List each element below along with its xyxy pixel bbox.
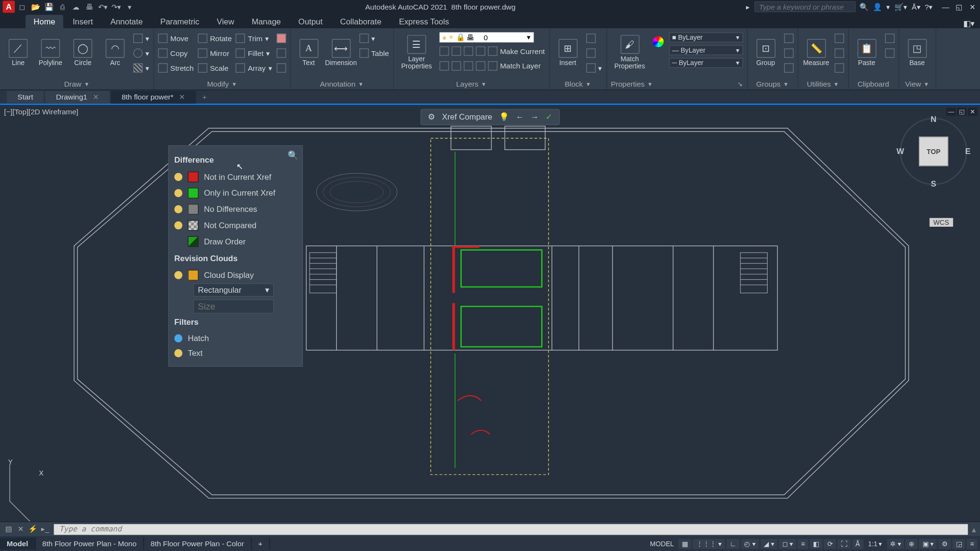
linetype-combo[interactable]: ─ ByLayer▾ (668, 58, 743, 68)
pan-icon[interactable]: 🔍 (288, 150, 299, 160)
cart-icon[interactable]: 🛒▾ (894, 2, 908, 11)
tool-text[interactable]: AText (294, 33, 323, 73)
tab-home[interactable]: Home (25, 15, 63, 28)
tool-offset[interactable] (276, 62, 286, 74)
tool-circle[interactable]: ◯Circle (68, 33, 97, 73)
transparency-icon[interactable]: ◧ (810, 539, 823, 549)
tool-ellipse[interactable]: ▾ (134, 47, 150, 59)
ortho-icon[interactable]: ∟ (726, 539, 740, 549)
tool-group-bbox[interactable] (784, 62, 793, 74)
cloud-size-input[interactable] (193, 299, 274, 314)
filter-hatch[interactable]: Hatch (174, 331, 297, 346)
tool-paste[interactable]: 📋Paste (852, 33, 880, 73)
undo-icon[interactable]: ↶▾ (98, 2, 108, 11)
perf-icon[interactable]: ⊕ (905, 539, 917, 549)
tool-scale[interactable]: Scale (198, 62, 232, 74)
layer-combo[interactable]: ●☀🔒🖶0▾ (439, 33, 534, 43)
tool-group[interactable]: ⊡Group (751, 33, 780, 73)
tool-polyline[interactable]: 〰Polyline (36, 33, 65, 73)
panel-label-groups[interactable]: Groups ▼ (751, 79, 793, 90)
bulb-icon[interactable] (174, 221, 182, 230)
swatch-orange[interactable] (188, 270, 199, 281)
tool-trim[interactable]: Trim ▾ (236, 33, 272, 44)
tool-erase[interactable] (276, 33, 286, 44)
polar-icon[interactable]: ◴ ▾ (741, 539, 759, 549)
bulb-icon[interactable] (174, 205, 182, 213)
cloud-display-row[interactable]: Cloud Display (174, 267, 297, 283)
tool-match-properties[interactable]: 🖌Match Properties (611, 33, 648, 73)
ribbon-min-icon[interactable]: ◧▾ (958, 19, 980, 28)
tool-select[interactable] (834, 33, 844, 44)
tool-arc[interactable]: ◠Arc (101, 33, 129, 73)
web-icon[interactable]: ☁ (71, 2, 81, 11)
cleanscreen-icon[interactable]: ◲ (953, 539, 966, 549)
lineweight-icon[interactable]: ≡ (798, 539, 808, 549)
diff-no-differences[interactable]: No Differences (174, 201, 297, 218)
cmd-custom-icon[interactable]: ⚡ (28, 524, 38, 534)
tab-expresstools[interactable]: Express Tools (391, 15, 457, 28)
diff-only-in-current[interactable]: Only in Current Xref (174, 185, 297, 201)
panel-label-annotation[interactable]: Annotation ▼ (294, 79, 389, 90)
save-icon[interactable]: 💾 (45, 2, 54, 11)
tool-measure[interactable]: 📏Measure (802, 33, 830, 73)
tool-cut[interactable] (885, 33, 894, 44)
grid-icon[interactable]: ▦ (679, 539, 691, 549)
color-combo[interactable]: ■ ByLayer▾ (668, 33, 743, 43)
file-tab-8thfloor[interactable]: 8th floor power*✕ (111, 90, 196, 103)
tab-annotate[interactable]: Annotate (102, 15, 151, 28)
close-tab-icon[interactable]: ✕ (179, 92, 185, 101)
tool-rotate[interactable]: Rotate (198, 33, 232, 44)
tab-output[interactable]: Output (290, 15, 331, 28)
infocenter-dropdown-icon[interactable]: ▾ (886, 2, 890, 11)
plot-icon[interactable]: 🖶 (85, 2, 94, 11)
cmd-up-icon[interactable]: ▴ (968, 524, 980, 534)
redo-icon[interactable]: ↷▾ (111, 2, 121, 11)
search-icon[interactable]: 🔍 (859, 2, 869, 11)
swatch-draworder[interactable] (188, 236, 199, 247)
add-layout-icon[interactable]: + (251, 538, 270, 550)
cmd-prompt-icon[interactable]: ▸_ (40, 524, 50, 534)
swatch-red[interactable] (188, 172, 199, 183)
customize-icon[interactable]: ≡ (967, 539, 977, 549)
cycling-icon[interactable]: ⟳ (824, 539, 836, 549)
tab-manage[interactable]: Manage (244, 15, 289, 28)
minimize-icon[interactable]: — (941, 2, 950, 11)
cmd-history-icon[interactable]: ▤ (4, 524, 13, 534)
bulb-icon[interactable] (174, 271, 182, 279)
add-tab-icon[interactable]: + (197, 91, 212, 103)
command-input[interactable] (54, 524, 968, 535)
swatch-checker[interactable] (188, 220, 199, 231)
tab-parametric[interactable]: Parametric (152, 15, 207, 28)
scale-button[interactable]: 1:1 ▾ (865, 539, 885, 549)
qat-dropdown-icon[interactable]: ▾ (125, 2, 135, 11)
panel-label-view[interactable]: View ▼ (903, 79, 931, 90)
swatch-green[interactable] (188, 187, 199, 198)
bulb-icon[interactable] (174, 189, 182, 197)
tab-collaborate[interactable]: Collaborate (332, 15, 390, 28)
tool-layer-icons-1[interactable] (439, 45, 485, 57)
open-icon[interactable]: 📂 (31, 2, 41, 11)
file-tab-drawing1[interactable]: Drawing1✕ (45, 90, 110, 103)
filter-text[interactable]: Text (174, 346, 297, 361)
tool-move[interactable]: Move (158, 33, 194, 44)
tool-point[interactable] (834, 62, 844, 74)
diff-draw-order[interactable]: Draw Order (174, 233, 297, 250)
help-icon[interactable]: ?▾ (924, 2, 933, 11)
hardware-icon[interactable]: ⚙ (938, 539, 951, 549)
close-icon[interactable]: ✕ (968, 2, 978, 11)
tool-copy[interactable]: Copy (158, 47, 194, 59)
panel-label-block[interactable]: Block ▼ (554, 79, 602, 90)
tool-dimension[interactable]: ⟷Dimension (327, 33, 355, 73)
maximize-icon[interactable]: ◱ (955, 2, 964, 11)
layout-tab-model[interactable]: Model (0, 538, 35, 550)
tool-table[interactable]: Table (359, 47, 389, 59)
tool-layer-properties[interactable]: ☰Layer Properties (398, 33, 435, 73)
cloud-shape-select[interactable]: Rectangular▾ (193, 283, 274, 297)
layout-tab-mono[interactable]: 8th Floor Power Plan - Mono (35, 538, 144, 550)
tool-array[interactable]: Array ▾ (236, 62, 272, 74)
search-input[interactable] (754, 1, 855, 12)
diff-not-compared[interactable]: Not Compared (174, 217, 297, 233)
panel-label-layers[interactable]: Layers ▼ (398, 79, 545, 90)
a360-icon[interactable]: Å▾ (912, 2, 921, 11)
tool-mirror[interactable]: Mirror (198, 47, 232, 59)
